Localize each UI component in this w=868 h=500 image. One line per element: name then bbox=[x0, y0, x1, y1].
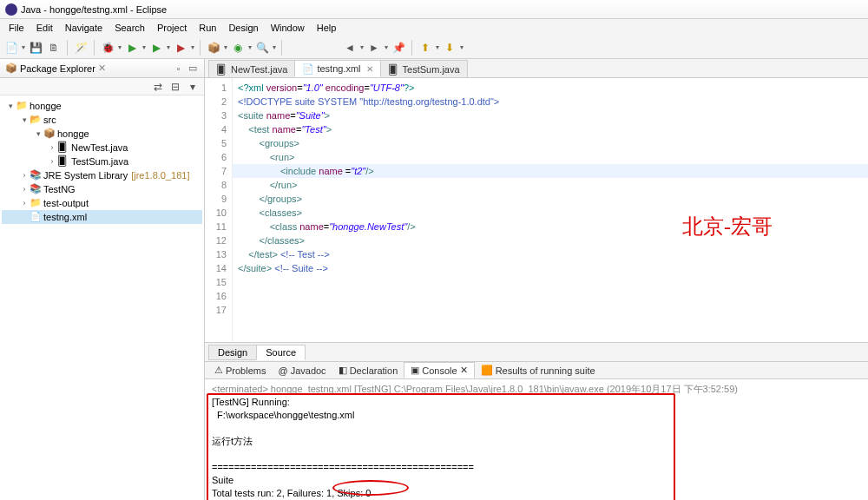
tree-item-testng-xml[interactable]: 📄testng.xml bbox=[2, 210, 202, 224]
open-type-button[interactable]: 🔍 bbox=[254, 40, 270, 56]
tree-item-hongge[interactable]: ▾📁hongge bbox=[2, 99, 202, 113]
jdoc-icon: @ bbox=[278, 365, 287, 376]
project-tree[interactable]: ▾📁hongge▾📂src▾📦hongge›🂠NewTest.java›🂠Tes… bbox=[0, 95, 204, 500]
editor-tab-newtest-java[interactable]: 🂠NewTest.java bbox=[208, 60, 295, 77]
prev-button[interactable]: ⬆ bbox=[418, 40, 433, 56]
tree-item-testng[interactable]: ›📚TestNG bbox=[2, 182, 202, 196]
menu-run[interactable]: Run bbox=[194, 21, 221, 35]
run-button[interactable]: ▶ bbox=[124, 40, 140, 56]
line-numbers: 1234567891011121314151617 bbox=[205, 78, 233, 342]
tree-item-test-output[interactable]: ›📁test-output bbox=[2, 196, 202, 210]
tab-design[interactable]: Design bbox=[208, 345, 257, 360]
view-tab-console[interactable]: ▣Console✕ bbox=[404, 362, 474, 378]
menu-file[interactable]: File bbox=[3, 21, 30, 35]
collapse-all-icon[interactable]: ⊟ bbox=[168, 79, 183, 95]
view-tab-results-of-running-suite[interactable]: 🟧Results of running suite bbox=[475, 363, 602, 378]
minimize-icon[interactable]: ▫ bbox=[172, 62, 185, 75]
prob-icon: ⚠ bbox=[214, 365, 223, 376]
bottom-view-tabs: ⚠Problems@ Javadoc◧Declaration▣Console✕🟧… bbox=[205, 362, 868, 379]
annotation-box bbox=[207, 393, 675, 500]
link-editor-icon[interactable]: ⇄ bbox=[150, 79, 166, 95]
menu-project[interactable]: Project bbox=[152, 21, 192, 35]
view-title: Package Explorer bbox=[20, 63, 95, 74]
back-button[interactable]: ◄ bbox=[342, 40, 358, 56]
code-editor[interactable]: 1234567891011121314151617 <?xml version=… bbox=[205, 78, 868, 342]
cons-icon: ▣ bbox=[411, 365, 419, 376]
view-tab-javadoc[interactable]: @ Javadoc bbox=[272, 364, 332, 378]
close-icon[interactable]: ✕ bbox=[460, 365, 468, 376]
external-tools-button[interactable]: ▶ bbox=[173, 40, 188, 56]
pin-button[interactable]: 📌 bbox=[391, 40, 406, 56]
wand-button[interactable]: 🪄 bbox=[73, 40, 89, 56]
window-title: Java - hongge/testng.xml - Eclipse bbox=[21, 4, 167, 15]
editor-tabs: 🂠NewTest.java📄testng.xml✕🂠TestSum.java bbox=[205, 59, 868, 78]
console-output[interactable]: <terminated> hongge_testng.xml [TestNG] … bbox=[205, 379, 868, 500]
package-explorer-icon: 📦 bbox=[5, 62, 17, 75]
editor-tab-testng-xml[interactable]: 📄testng.xml✕ bbox=[294, 60, 380, 77]
view-tab-declaration[interactable]: ◧Declaration bbox=[332, 363, 404, 378]
tree-item-testsum-java[interactable]: ›🂠TestSum.java bbox=[2, 155, 202, 168]
decl-icon: ◧ bbox=[339, 365, 347, 376]
menu-bar: FileEditNavigateSearchProjectRunDesignWi… bbox=[0, 19, 868, 36]
coverage-button[interactable]: ▶ bbox=[148, 40, 164, 56]
window-title-bar: Java - hongge/testng.xml - Eclipse bbox=[0, 0, 868, 19]
tree-item-hongge[interactable]: ▾📦hongge bbox=[2, 127, 202, 141]
new-button[interactable]: 📄 bbox=[3, 40, 19, 56]
menu-search[interactable]: Search bbox=[109, 21, 150, 35]
menu-navigate[interactable]: Navigate bbox=[60, 21, 108, 35]
tree-item-src[interactable]: ▾📂src bbox=[2, 113, 202, 127]
package-explorer-view: 📦 Package Explorer ✕ ▫ ▭ ⇄ ⊟ ▾ ▾📁hongge▾… bbox=[0, 59, 205, 500]
annotation-circle bbox=[332, 480, 409, 496]
next-button[interactable]: ⬇ bbox=[442, 40, 457, 56]
editor-tab-testsum-java[interactable]: 🂠TestSum.java bbox=[380, 60, 468, 77]
ng-icon: 🟧 bbox=[481, 365, 493, 376]
tab-source[interactable]: Source bbox=[256, 345, 306, 360]
editor-mode-tabs: Design Source bbox=[205, 342, 868, 361]
view-menu-icon[interactable]: ▾ bbox=[185, 79, 201, 95]
forward-button[interactable]: ► bbox=[366, 40, 382, 56]
eclipse-icon bbox=[5, 3, 17, 16]
tree-item-jre-system-library[interactable]: ›📚JRE System Library[jre1.8.0_181] bbox=[2, 168, 202, 182]
view-tab-package-explorer[interactable]: 📦 Package Explorer ✕ ▫ ▭ bbox=[0, 59, 204, 78]
debug-button[interactable]: 🐞 bbox=[100, 40, 115, 56]
menu-design[interactable]: Design bbox=[223, 21, 263, 35]
maximize-icon[interactable]: ▭ bbox=[186, 62, 199, 75]
code-content[interactable]: <?xml version="1.0" encoding="UTF-8"?> <… bbox=[233, 78, 868, 342]
new-package-button[interactable]: 📦 bbox=[206, 40, 221, 56]
menu-edit[interactable]: Edit bbox=[31, 21, 58, 35]
close-icon[interactable]: ✕ bbox=[366, 64, 373, 74]
main-toolbar: 📄▾ 💾 🗎 🪄 🐞▾ ▶▾ ▶▾ ▶▾ 📦▾ ◉▾ 🔍▾ ◄▾ ►▾ 📌 ⬆▾… bbox=[0, 36, 868, 59]
menu-window[interactable]: Window bbox=[266, 21, 310, 35]
save-button[interactable]: 💾 bbox=[28, 40, 43, 56]
console-view: ⚠Problems@ Javadoc◧Declaration▣Console✕🟧… bbox=[205, 361, 868, 500]
save-all-button[interactable]: 🗎 bbox=[46, 40, 62, 56]
tree-item-newtest-java[interactable]: ›🂠NewTest.java bbox=[2, 141, 202, 155]
view-tab-problems[interactable]: ⚠Problems bbox=[208, 363, 272, 378]
menu-help[interactable]: Help bbox=[312, 21, 342, 35]
new-class-button[interactable]: ◉ bbox=[230, 40, 246, 56]
